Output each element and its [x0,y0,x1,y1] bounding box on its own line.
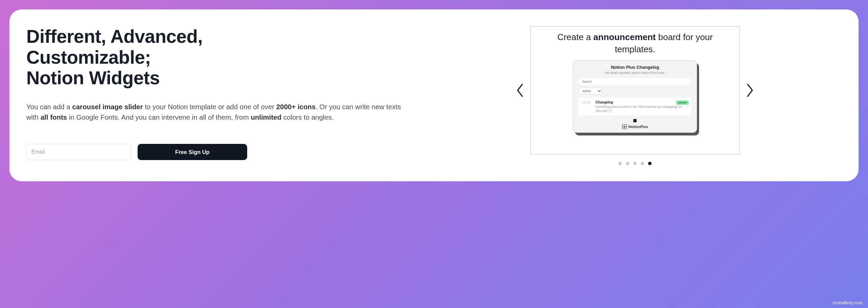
entry-time: 21 hrs [582,100,591,104]
chevron-left-icon [516,83,524,98]
carousel-dot-4[interactable] [641,162,644,165]
email-field[interactable] [26,144,131,160]
hero-title-line3: Notion Widgets [26,67,160,88]
carousel-prev-button[interactable] [515,82,524,98]
slide-title: Create a announcement board for your tem… [538,31,732,56]
hero-left-column: Different, Advanced, Customizable; Notio… [26,26,401,160]
brand-row: NotionPlus [622,124,648,129]
carousel-dot-5[interactable] [648,162,652,165]
carousel-dot-2[interactable] [626,162,629,165]
changelog-entry: 21 hrs Changelog Something just occurred… [579,98,691,116]
hero-right-column: Create a announcement board for your tem… [428,26,842,165]
pagination-icon [633,119,637,122]
hero-description: You can add a carousel image slider to y… [26,101,401,122]
widget-filter-select[interactable]: added [579,88,602,94]
carousel-next-button[interactable] [746,82,755,98]
widget-title: Notion Plus Changelog [579,65,691,70]
widget-subtitle: We share updates about Notion Plus here. [579,71,691,74]
entry-tag: added [676,100,689,105]
hero-title-line2: Customizable; [26,47,151,68]
signup-row: Free Sign Up [26,144,401,160]
carousel-dot-3[interactable] [633,162,637,165]
notionplus-logo-icon [622,124,627,129]
hero-title-line1: Different, Advanced, [26,26,203,47]
signup-button[interactable]: Free Sign Up [138,144,247,160]
carousel-dot-1[interactable] [618,162,622,165]
entry-text: Something just occurred to me. This coul… [596,105,688,113]
carousel: Create a announcement board for your tem… [428,26,842,154]
hero-title: Different, Advanced, Customizable; Notio… [26,26,401,89]
changelog-widget: Notion Plus Changelog We share updates a… [573,60,697,133]
widget-search-input[interactable] [579,78,691,85]
entry-body: Changelog Something just occurred to me.… [596,100,688,113]
brand-name: NotionPlus [629,125,648,129]
carousel-slide: Create a announcement board for your tem… [530,26,740,154]
entry-title: Changelog [596,100,688,104]
chevron-right-icon [746,83,754,98]
widget-footer: NotionPlus [579,119,691,129]
carousel-dots [618,162,652,165]
hero-card: Different, Advanced, Customizable; Notio… [9,9,859,181]
watermark: nicklafferty.com [833,300,863,305]
